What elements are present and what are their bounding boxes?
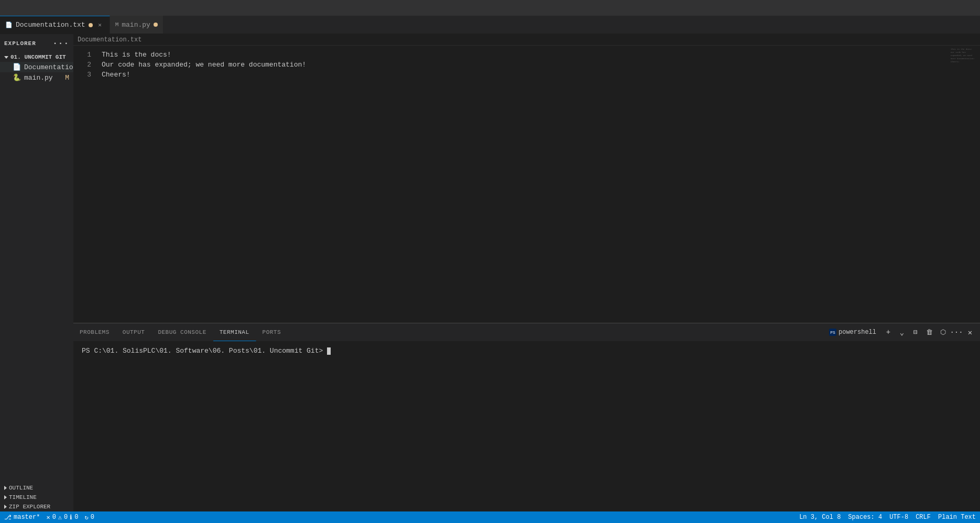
- tab-documentation[interactable]: 📄 Documentation.txt ✕: [0, 16, 110, 34]
- code-editor[interactable]: 1 2 3 This is the docs! Our code has exp…: [73, 46, 980, 323]
- code-line-1: This is the docs!: [100, 50, 949, 60]
- line-number-2: 2: [73, 60, 91, 70]
- code-line-3: Cheers!: [100, 70, 949, 80]
- sidebar-bottom: OUTLINE TIMELINE ZIP EXPLORER: [0, 483, 73, 511]
- panel-tab-terminal[interactable]: TERMINAL: [213, 323, 256, 341]
- editor-container: Documentation.txt 1 2 3 This is the docs…: [73, 34, 980, 511]
- terminal-prompt: PS C:\01. SolisPLC\01. Software\06. Post…: [82, 346, 972, 356]
- trash-terminal-icon[interactable]: 🗑: [923, 326, 935, 338]
- language-text: Plain Text: [938, 514, 976, 521]
- panel-tab-ports-label: PORTS: [263, 329, 281, 335]
- add-terminal-icon[interactable]: +: [883, 326, 894, 338]
- close-panel-icon[interactable]: ✕: [964, 326, 976, 338]
- status-language[interactable]: Plain Text: [938, 514, 976, 521]
- sidebar-more-icon[interactable]: ···: [52, 39, 69, 48]
- warning-icon: ⚠: [58, 514, 62, 521]
- sync-icon: ↻: [85, 514, 89, 521]
- chevron-right-icon-outline: [4, 486, 7, 490]
- terminal-content[interactable]: PS C:\01. SolisPLC\01. Software\06. Post…: [73, 342, 980, 511]
- breadcrumb: Documentation.txt: [73, 34, 980, 46]
- status-errors[interactable]: ✕ 0 ⚠ 0 ℹ 0: [46, 514, 78, 521]
- sidebar-file-main[interactable]: 🐍 main.py M: [0, 72, 73, 83]
- timeline-label: TIMELINE: [9, 494, 37, 500]
- sidebar-timeline[interactable]: TIMELINE: [0, 493, 73, 502]
- line-number-3: 3: [73, 70, 91, 80]
- modified-indicator: [89, 23, 93, 27]
- line-numbers: 1 2 3: [73, 46, 100, 323]
- warning-count: 0: [64, 514, 68, 521]
- error-icon: ✕: [46, 514, 50, 521]
- panel: PROBLEMS OUTPUT DEBUG CONSOLE TERMINAL P…: [73, 323, 980, 511]
- panel-tab-debug-label: DEBUG CONSOLE: [158, 329, 206, 335]
- outline-label: OUTLINE: [9, 485, 33, 491]
- panel-actions: PS powershell + ⌄ ⊟ 🗑 ⬡ ··· ✕: [825, 323, 980, 341]
- panel-tab-output[interactable]: OUTPUT: [116, 323, 152, 341]
- line-ending-text: CRLF: [916, 514, 931, 521]
- sidebar-section-title[interactable]: 01. UNCOMMIT GIT: [0, 52, 73, 62]
- file-modified-badge-main: M: [65, 74, 69, 82]
- sidebar-section-git: 01. UNCOMMIT GIT 📄 Documentation... M 🐍 …: [0, 52, 73, 83]
- status-bar: ⎇ master* ✕ 0 ⚠ 0 ℹ 0 ↻ 0 Ln 3, Col 8 Sp…: [0, 511, 980, 523]
- sidebar-file-documentation[interactable]: 📄 Documentation... M: [0, 62, 73, 72]
- status-right: Ln 3, Col 8 Spaces: 4 UTF-8 CRLF Plain T…: [799, 514, 976, 521]
- tab-label-documentation: Documentation.txt: [16, 21, 85, 29]
- sidebar-title: Explorer: [4, 40, 36, 47]
- split-terminal-icon[interactable]: ⊟: [910, 326, 921, 338]
- terminal-cursor: [327, 347, 331, 355]
- status-spaces[interactable]: Spaces: 4: [848, 514, 882, 521]
- panel-tab-output-label: OUTPUT: [123, 329, 145, 335]
- section-label: 01. UNCOMMIT GIT: [10, 54, 66, 60]
- file-icon-doc: 📄: [13, 63, 21, 71]
- tabs-row: 📄 Documentation.txt ✕ M main.py: [0, 16, 980, 34]
- minimap: This is the docs! Our code has expanded;…: [949, 46, 980, 323]
- status-remote[interactable]: ↻ 0: [85, 514, 94, 521]
- shell-label: PS powershell: [825, 329, 880, 336]
- panel-tab-problems-label: PROBLEMS: [80, 329, 110, 335]
- panel-tab-debug-console[interactable]: DEBUG CONSOLE: [151, 323, 213, 341]
- code-line-2: Our code has expanded; we need more docu…: [100, 60, 949, 70]
- file-icon-main-sidebar: 🐍: [13, 73, 21, 82]
- line-col-text: Ln 3, Col 8: [799, 514, 841, 521]
- panel-tab-terminal-label: TERMINAL: [220, 329, 249, 335]
- chevron-right-icon-timeline: [4, 495, 7, 499]
- ellipsis-panel-icon[interactable]: ···: [951, 326, 962, 338]
- info-icon: ℹ: [70, 514, 72, 521]
- status-line-col[interactable]: Ln 3, Col 8: [799, 514, 841, 521]
- title-bar: [0, 0, 980, 16]
- line-number-1: 1: [73, 50, 91, 60]
- zip-label: ZIP EXPLORER: [9, 504, 50, 510]
- shell-name: powershell: [839, 329, 876, 336]
- info-count: 0: [74, 514, 78, 521]
- sidebar-header: Explorer ···: [0, 34, 73, 52]
- file-icon-main: M: [115, 21, 119, 28]
- tab-main[interactable]: M main.py: [110, 16, 164, 34]
- panel-tab-problems[interactable]: PROBLEMS: [73, 323, 116, 341]
- tab-label-main: main.py: [122, 21, 150, 29]
- file-icon: 📄: [5, 21, 13, 28]
- terminal-dropdown-icon[interactable]: ⌄: [896, 326, 908, 338]
- panel-tabs-row: PROBLEMS OUTPUT DEBUG CONSOLE TERMINAL P…: [73, 323, 980, 342]
- encoding-text: UTF-8: [889, 514, 908, 521]
- status-branch[interactable]: ⎇ master*: [4, 514, 40, 521]
- tab-close-documentation[interactable]: ✕: [96, 21, 104, 29]
- status-encoding[interactable]: UTF-8: [889, 514, 908, 521]
- sidebar-zip-explorer[interactable]: ZIP EXPLORER: [0, 502, 73, 511]
- powershell-icon: PS: [829, 329, 836, 336]
- terminal-prompt-text: PS C:\01. SolisPLC\01. Software\06. Post…: [82, 347, 327, 355]
- breadcrumb-text: Documentation.txt: [78, 36, 141, 43]
- code-content[interactable]: This is the docs! Our code has expanded;…: [100, 46, 949, 323]
- sidebar-outline[interactable]: OUTLINE: [0, 483, 73, 493]
- panel-tab-ports[interactable]: PORTS: [256, 323, 288, 341]
- remote-label: 0: [91, 514, 94, 521]
- error-count: 0: [52, 514, 56, 521]
- sidebar: Explorer ··· 01. UNCOMMIT GIT 📄 Document…: [0, 34, 73, 511]
- maximize-panel-icon[interactable]: ⬡: [937, 326, 949, 338]
- status-line-ending[interactable]: CRLF: [916, 514, 931, 521]
- main-area: Explorer ··· 01. UNCOMMIT GIT 📄 Document…: [0, 34, 980, 511]
- file-name-main: main.py: [24, 74, 53, 82]
- status-left: ⎇ master* ✕ 0 ⚠ 0 ℹ 0 ↻ 0: [4, 514, 94, 521]
- sidebar-header-actions: ···: [52, 39, 69, 48]
- modified-indicator-main: [154, 23, 158, 27]
- branch-name: master*: [14, 514, 40, 521]
- spaces-text: Spaces: 4: [848, 514, 882, 521]
